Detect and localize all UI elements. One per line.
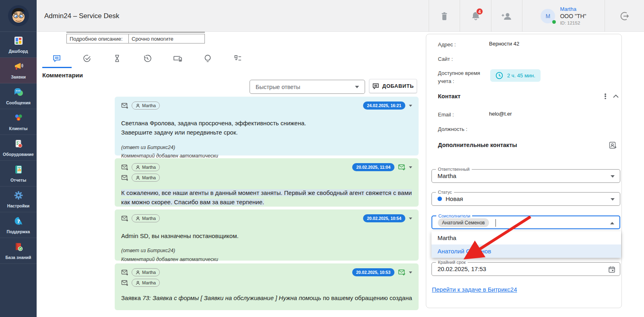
table-cut-line — [66, 32, 205, 33]
comment-menu-caret[interactable] — [409, 105, 412, 107]
comment-body: Заявка 73: Заявка с формы [ Заявки на об… — [121, 293, 412, 302]
sender-name: Martha — [142, 165, 156, 170]
sender-chip[interactable]: Martha — [132, 102, 160, 110]
svg-text:?: ? — [17, 218, 20, 224]
megaphone-icon — [13, 61, 24, 73]
comment-date-badge[interactable]: 20.02.2025, 10:54 — [363, 214, 405, 222]
tab-tasks[interactable] — [223, 51, 253, 66]
sidebar-item-tickets[interactable]: Заявки — [0, 58, 37, 83]
active-tab-underline — [42, 67, 72, 68]
comment-date-badge[interactable]: 20.02.2025, 11:04 — [352, 163, 394, 171]
sender-chip[interactable]: Martha — [132, 174, 160, 182]
tab-history[interactable] — [132, 51, 162, 66]
profile-menu[interactable]: M Martha ООО "ТН" ID: 12152 — [522, 0, 605, 32]
comment-text-italic: 73: Заявка с формы [ Заявки на обслужива… — [142, 294, 321, 301]
add-button-label: ДОБАВИТЬ — [382, 83, 414, 89]
check-circle-icon — [83, 54, 91, 63]
tab-checklist[interactable] — [72, 51, 102, 66]
comment-menu-caret[interactable] — [409, 271, 412, 273]
chat-bubbles-icon — [13, 87, 24, 99]
sidebar-item-label: Настройки — [7, 204, 29, 209]
chevron-down-icon[interactable] — [611, 175, 615, 178]
status-field[interactable]: Статус Новая — [431, 192, 620, 206]
comment-footnotes: (ответ из Битрикс24) Комментарий добавле… — [121, 143, 412, 161]
contact-menu-button[interactable] — [602, 93, 609, 100]
trash-icon — [440, 11, 449, 21]
sender-chip[interactable]: Martha — [132, 163, 160, 171]
sidebar-item-label: Дашборд — [9, 49, 28, 54]
reports-icon — [13, 164, 24, 176]
comment-body: Светлана Фролова, задача просрочена, эфф… — [121, 118, 412, 137]
add-comment-button[interactable]: ДОБАВИТЬ — [369, 79, 417, 93]
coexecutor-chip[interactable]: Анатолий Семенов — [438, 218, 489, 227]
person-icon — [136, 104, 140, 108]
sidebar-item-label: Поддержка — [7, 230, 30, 234]
comment-text: Заявка — [121, 294, 142, 301]
chevron-up-icon[interactable] — [610, 222, 614, 224]
calendar-icon[interactable] — [608, 266, 615, 273]
top-header: Admin24 – Service Desk 4 M Martha ООО "Т… — [37, 0, 644, 32]
sidebar-item-messages[interactable]: Сообщения — [0, 83, 37, 109]
tab-comments[interactable] — [41, 51, 72, 66]
profile-name: Martha — [560, 6, 586, 13]
header-actions: 4 M Martha ООО "ТН" ID: 12152 — [429, 0, 644, 32]
coexecutors-field[interactable]: Соисполнители Анатолий Семенов — [431, 215, 620, 229]
sender-chip[interactable]: Martha — [132, 214, 160, 222]
sender-chip[interactable]: Martha — [132, 268, 160, 276]
sender-name: Martha — [142, 103, 156, 108]
comment-line: К сожалению, все наши агенты в данный мо… — [121, 189, 412, 205]
avatar-initial: M — [546, 13, 551, 19]
sidebar-item-clients[interactable]: Клиенты — [0, 109, 37, 135]
add-user-button[interactable] — [491, 0, 522, 32]
mail-forward-icon — [121, 215, 128, 222]
avatar-face-icon — [8, 5, 29, 27]
comment-card: Martha Martha 20.02.2025, 10:53 — [115, 263, 419, 310]
comment-date-badge[interactable]: 20.02.2025, 10:53 — [352, 268, 394, 276]
comment-line: Admin SD, вы назначены постановщиком. — [121, 231, 412, 240]
sidebar-item-dashboard[interactable]: Дашборд — [0, 32, 37, 58]
mail-forward-icon — [121, 280, 128, 286]
sidebar-item-settings[interactable]: Настройки — [0, 186, 37, 212]
comment-body: Admin SD, вы назначены постановщиком. — [121, 231, 412, 240]
responsible-field[interactable]: Ответственный Martha — [431, 169, 620, 183]
person-icon — [136, 176, 140, 180]
logout-icon — [619, 11, 630, 21]
quick-replies-select[interactable]: Быстрые ответы — [250, 80, 365, 94]
sidebar-item-knowledge-base[interactable]: База знаний — [0, 238, 37, 264]
ticket-detail-table: Подробное описание: Срочно помогите — [66, 32, 205, 44]
sender-name: Martha — [142, 175, 156, 180]
deadline-field[interactable]: Крайний срок 20.02.2025, 17:53 — [431, 262, 620, 276]
tab-pending[interactable] — [102, 51, 132, 66]
add-contact-icon[interactable] — [609, 141, 617, 149]
dropdown-option-martha[interactable]: Martha — [431, 231, 621, 244]
task-list-icon — [233, 54, 242, 63]
sidebar-item-support[interactable]: ? Поддержка — [0, 212, 37, 238]
person-add-icon — [501, 11, 513, 21]
tab-devices[interactable] — [162, 51, 192, 66]
avatar: M — [541, 9, 555, 23]
comment-menu-caret[interactable] — [409, 166, 412, 168]
mail-forward-icon — [121, 164, 128, 170]
collapse-chevron-up-icon[interactable] — [613, 94, 619, 98]
logout-button[interactable] — [605, 0, 644, 32]
footnote: (ответ из Битрикс24) — [121, 247, 412, 255]
sidebar-item-reports[interactable]: Отчеты — [0, 161, 37, 186]
tab-idea[interactable] — [192, 51, 223, 66]
user-avatar[interactable] — [0, 0, 37, 32]
sidebar-item-label: Заявки — [11, 75, 26, 80]
notifications-button[interactable]: 4 — [460, 0, 491, 32]
deadline-value: 20.02.2025, 17:53 — [438, 265, 486, 272]
sender-chip[interactable]: Martha — [132, 279, 160, 287]
comment-card: Martha Martha 20.02.2025, 11:04 К сожале… — [115, 158, 419, 207]
trash-button[interactable] — [429, 0, 460, 32]
sidebar-item-equipment[interactable]: Оборудование — [0, 135, 37, 161]
dropdown-option-anatoly[interactable]: Анатолий Семенов — [431, 244, 621, 258]
chevron-down-icon[interactable] — [611, 198, 615, 201]
comment-date-badge[interactable]: 24.02.2025, 16:21 — [363, 102, 405, 110]
status-value: Новая — [446, 195, 463, 202]
bitrix-task-link[interactable]: Перейти к задаче в Битрикс24 — [432, 286, 517, 293]
comments-heading: Комментарии — [42, 72, 83, 79]
comment-text: по вашему обращению создана — [321, 294, 412, 301]
comment-menu-caret[interactable] — [409, 218, 412, 220]
detail-label-cell: Подробное описание: — [66, 34, 129, 44]
